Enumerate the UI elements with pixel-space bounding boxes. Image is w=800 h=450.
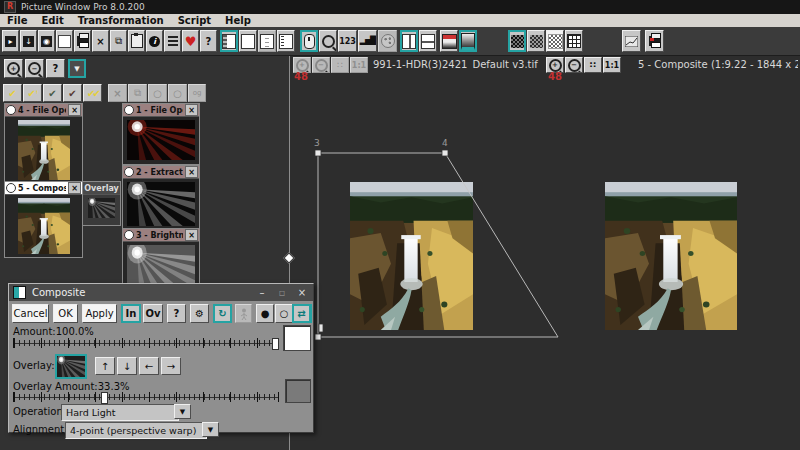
readout-button[interactable]: 123 (338, 30, 357, 52)
duplicate-button[interactable]: ⧉ (128, 84, 147, 102)
cancel-button[interactable]: Cancel (12, 304, 49, 323)
overlay-thumb-button[interactable] (55, 354, 87, 379)
color-picker-button[interactable] (378, 30, 397, 52)
alignment-dropdown-button[interactable]: ▼ (202, 422, 219, 437)
open-image-button[interactable]: ▸ (2, 30, 19, 52)
warp-handle-3[interactable] (315, 150, 321, 156)
dialog-titlebar[interactable]: Composite – ▫ × (9, 284, 313, 301)
overlay-color-swatch[interactable] (285, 379, 311, 403)
overlay-thumbnail[interactable] (83, 195, 120, 218)
apply-button[interactable]: Apply (82, 304, 117, 323)
transparency-dark-button[interactable] (508, 30, 526, 52)
overlay-view-button[interactable]: Ov (143, 304, 163, 323)
win1-fit-button[interactable]: ∷ (331, 57, 349, 73)
accept-fast-button[interactable]: ✔ᵎ (23, 84, 42, 102)
list-panel-button[interactable] (277, 30, 295, 52)
radio-dot[interactable] (124, 105, 134, 115)
transparency-mid-button[interactable] (527, 30, 545, 52)
auto-preview-button[interactable]: ↻ (213, 304, 232, 323)
image-window-5[interactable]: 5 - Composite × (4, 181, 83, 258)
menu-transformation[interactable]: Transformation (71, 14, 171, 27)
nudge-right-button[interactable]: → (161, 357, 181, 375)
maximize-icon[interactable]: ▫ (275, 287, 289, 298)
close-icon[interactable]: × (68, 182, 81, 194)
image-window-2-thumbnail[interactable] (123, 179, 199, 226)
close-image-button[interactable]: × (92, 30, 109, 52)
settings-button[interactable] (164, 30, 181, 52)
paste-button[interactable] (128, 30, 145, 52)
copy-button[interactable]: ⧉ (110, 30, 127, 52)
info-button[interactable]: i (146, 30, 163, 52)
win2-zoom-out-button[interactable]: − (565, 57, 583, 73)
split-vertical-button[interactable] (400, 30, 418, 52)
mask-full-button[interactable]: ● (256, 304, 274, 323)
image-window-1-thumbnail[interactable] (123, 117, 199, 160)
nudge-down-button[interactable]: ↓ (117, 357, 137, 375)
help-button[interactable]: ? (200, 30, 217, 52)
ok-button[interactable]: OK (53, 304, 78, 323)
accept-gray-button[interactable]: ✔ (43, 84, 62, 102)
dialog-settings-button[interactable]: ⚙ (190, 304, 209, 323)
radio-dot[interactable] (6, 105, 16, 115)
accept-all-button[interactable]: ✔✔ (83, 84, 102, 102)
image-window-2[interactable]: 2 - Extract Chan × (122, 165, 200, 230)
close-icon[interactable]: × (185, 229, 198, 241)
nudge-up-button[interactable]: ↑ (95, 357, 115, 375)
close-icon[interactable]: × (185, 104, 198, 116)
menu-file[interactable]: File (0, 14, 34, 27)
save-image-button[interactable]: ↓ (20, 30, 37, 52)
transparency-light-button[interactable] (546, 30, 564, 52)
progress-button[interactable] (235, 304, 252, 323)
dialog-help-button[interactable]: ? (167, 304, 186, 323)
panel-zoom-in-button[interactable]: + (4, 59, 23, 78)
blank-panel-button[interactable] (239, 30, 257, 52)
image-window-5-thumbnail[interactable] (5, 195, 82, 254)
menu-edit[interactable]: Edit (34, 14, 70, 27)
radio-dot[interactable] (124, 230, 134, 240)
image-window-4-thumbnail[interactable] (5, 117, 82, 180)
grid-button[interactable] (565, 30, 583, 52)
overlay-window[interactable]: Overlay (82, 181, 121, 226)
browse-panel-button[interactable] (220, 30, 238, 52)
discard-button[interactable]: × (108, 84, 127, 102)
warp-handle-1[interactable] (315, 334, 321, 340)
amount-slider-handle[interactable] (272, 338, 279, 350)
red-channel-view-button[interactable] (440, 30, 458, 52)
acquire-button[interactable]: ◉ (38, 30, 55, 52)
mask-empty-button[interactable]: ○ (275, 304, 293, 323)
warp-handle-4[interactable] (442, 150, 448, 156)
panel-help-button[interactable]: ? (46, 59, 65, 78)
close-icon[interactable]: × (68, 104, 81, 116)
new-image-button[interactable] (56, 30, 73, 52)
overlay-amount-slider[interactable] (13, 392, 279, 402)
accept-button[interactable]: ✔ (3, 84, 22, 102)
operation-dropdown-button[interactable]: ▼ (174, 404, 191, 419)
overlay-amount-slider-handle[interactable] (101, 392, 108, 404)
close-icon[interactable]: × (185, 166, 198, 178)
minimize-icon[interactable]: – (255, 287, 269, 298)
warp-handle-edge[interactable] (319, 324, 323, 332)
circle-a-button[interactable]: ○ (148, 84, 167, 102)
dots-panel-button[interactable] (258, 30, 276, 52)
operation-select[interactable]: Hard Light (61, 404, 179, 421)
circle-b-button[interactable]: ○ (168, 84, 187, 102)
tag-button[interactable]: og (188, 84, 206, 102)
nudge-left-button[interactable]: ← (139, 357, 159, 375)
win2-actual-size-button[interactable]: 1:1 (603, 57, 621, 73)
win1-zoom-out-button[interactable]: − (312, 57, 330, 73)
tone-gradient-view-button[interactable] (459, 30, 477, 52)
win2-fit-button[interactable]: ∷ (584, 57, 602, 73)
radio-dot[interactable] (6, 183, 16, 193)
alignment-select[interactable]: 4-point (perspective warp) (65, 422, 207, 439)
pointer-tool-button[interactable] (300, 30, 318, 52)
panel-dropdown-button[interactable]: ▼ (68, 59, 86, 78)
panel-zoom-out-button[interactable]: − (25, 59, 44, 78)
print-setup-button[interactable] (645, 30, 664, 52)
close-icon[interactable]: × (295, 287, 309, 298)
menu-help[interactable]: Help (218, 14, 258, 27)
radio-dot[interactable] (124, 167, 134, 177)
curves-button[interactable] (622, 30, 641, 52)
amount-slider[interactable] (13, 338, 279, 348)
histogram-button[interactable]: ▂▅█ (358, 30, 377, 52)
split-horizontal-button[interactable] (419, 30, 437, 52)
